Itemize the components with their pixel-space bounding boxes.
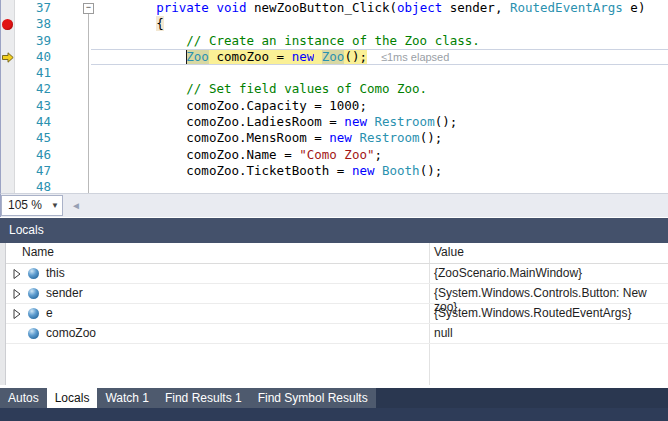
expand-triangle-icon[interactable] (13, 309, 21, 319)
outline-margin (59, 65, 96, 81)
code-text[interactable]: // Set field values of Como Zoo. (96, 81, 668, 97)
code-token (314, 49, 322, 64)
breakpoint-margin[interactable] (1, 98, 15, 114)
variable-icon (28, 268, 39, 279)
code-token: e) (623, 0, 646, 15)
code-line-39[interactable]: 39 // Create an instance of the Zoo clas… (1, 33, 668, 49)
code-text[interactable]: comoZoo.Name = "Como Zoo"; (96, 147, 668, 163)
code-text[interactable]: comoZoo.LadiesRoom = new Restroom(); (96, 114, 668, 130)
code-token: // Set field values of Como Zoo. (186, 81, 427, 96)
scroll-left-arrow-icon[interactable]: ◄ (63, 200, 81, 211)
line-number: 38 (15, 16, 59, 32)
breakpoint-margin[interactable] (1, 163, 15, 179)
outline-margin (59, 33, 96, 49)
breakpoint-margin[interactable] (1, 114, 15, 130)
code-token: sender, (442, 0, 510, 15)
variable-icon (28, 308, 39, 319)
code-text[interactable] (96, 179, 668, 193)
variable-icon (28, 328, 39, 339)
breakpoint-margin[interactable] (1, 33, 15, 49)
combobox-arrow-icon[interactable]: ▼ (48, 201, 62, 210)
code-token: Restroom (374, 114, 434, 129)
code-token: (); (420, 130, 443, 145)
code-line-43[interactable]: 43 comoZoo.Capacity = 1000; (1, 98, 668, 114)
editor-zoom-value: 105 % (2, 198, 48, 212)
code-token: Booth (382, 163, 420, 178)
code-line-46[interactable]: 46 comoZoo.Name = "Como Zoo"; (1, 147, 668, 163)
variable-value: {ZooScenario.MainWindow} (434, 266, 582, 280)
outline-margin (59, 130, 96, 146)
tab-find-results-1[interactable]: Find Results 1 (157, 388, 250, 408)
code-text[interactable]: private void newZooButton_Click(object s… (96, 0, 668, 16)
code-text[interactable]: comoZoo.TicketBooth = new Booth(); (96, 163, 668, 179)
expand-triangle-icon[interactable] (13, 269, 21, 279)
code-token: (); (344, 49, 367, 64)
code-line-41[interactable]: 41 (1, 65, 668, 81)
breakpoint-margin[interactable] (1, 49, 15, 65)
code-line-38[interactable]: 38 { (1, 16, 668, 32)
code-token (96, 33, 186, 48)
locals-row-this[interactable]: this{ZooScenario.MainWindow} (6, 264, 668, 284)
code-token: new (344, 114, 367, 129)
line-number: 48 (15, 179, 59, 193)
column-header-value[interactable]: Value (434, 245, 464, 259)
breakpoint-margin[interactable] (1, 65, 15, 81)
line-number: 40 (15, 49, 59, 65)
code-text[interactable] (96, 65, 668, 81)
code-token: new (292, 49, 315, 64)
tab-locals[interactable]: Locals (47, 385, 98, 408)
code-line-37[interactable]: 37− private void newZooButton_Click(obje… (1, 0, 668, 16)
tab-autos[interactable]: Autos (0, 388, 47, 408)
editor-bottom-bar: 105 % ▼ ◄ (0, 193, 668, 217)
code-line-48[interactable]: 48 (1, 179, 668, 193)
column-header-name[interactable]: Name (22, 245, 54, 259)
code-text[interactable]: { (96, 16, 668, 32)
code-token: Restroom (359, 130, 419, 145)
code-line-40[interactable]: 40 Zoo comoZoo = new Zoo();≤1ms elapsed (1, 49, 668, 65)
breakpoint-margin[interactable] (1, 81, 15, 97)
variable-name: comoZoo (46, 326, 96, 340)
line-number: 47 (15, 163, 59, 179)
breakpoint-margin[interactable] (1, 0, 15, 16)
expand-triangle-icon[interactable] (13, 289, 21, 299)
breakpoint-icon[interactable] (2, 19, 13, 30)
code-text[interactable]: Zoo comoZoo = new Zoo();≤1ms elapsed (96, 49, 668, 65)
outline-margin (59, 98, 96, 114)
code-line-45[interactable]: 45 comoZoo.MensRoom = new Restroom(); (1, 130, 668, 146)
outline-margin (59, 163, 96, 179)
code-line-42[interactable]: 42 // Set field values of Como Zoo. (1, 81, 668, 97)
breakpoint-margin[interactable] (1, 16, 15, 32)
tab-find-symbol-results[interactable]: Find Symbol Results (250, 388, 376, 408)
variable-icon (28, 288, 39, 299)
locals-panel-titlebar: Locals (0, 218, 668, 243)
current-statement-arrow-icon (2, 52, 14, 63)
breakpoint-margin[interactable] (1, 147, 15, 163)
outline-margin: − (59, 0, 96, 16)
tab-watch-1[interactable]: Watch 1 (97, 388, 157, 408)
code-editor[interactable]: 37− private void newZooButton_Click(obje… (0, 0, 668, 193)
code-token: "Como Zoo" (299, 147, 374, 162)
code-line-44[interactable]: 44 comoZoo.LadiesRoom = new Restroom(); (1, 114, 668, 130)
code-token: comoZoo.LadiesRoom = (96, 114, 344, 129)
code-token: ; (374, 147, 382, 162)
breakpoint-margin[interactable] (1, 179, 15, 193)
locals-row-comoZoo[interactable]: comoZoonull (6, 324, 668, 344)
locals-row-e[interactable]: e{System.Windows.RoutedEventArgs} (6, 304, 668, 324)
perf-tip[interactable]: ≤1ms elapsed (381, 51, 449, 63)
line-number: 43 (15, 98, 59, 114)
variable-value: {System.Windows.RoutedEventArgs} (434, 306, 631, 320)
code-token: RoutedEventArgs (510, 0, 623, 15)
breakpoint-margin[interactable] (1, 130, 15, 146)
locals-row-sender[interactable]: sender{System.Windows.Controls.Button: N… (6, 284, 668, 304)
collapse-minus-icon[interactable]: − (83, 3, 94, 14)
code-text[interactable]: comoZoo.Capacity = 1000; (96, 98, 668, 114)
code-text[interactable]: comoZoo.MensRoom = new Restroom(); (96, 130, 668, 146)
code-token: comoZoo = (209, 49, 292, 64)
code-line-47[interactable]: 47 comoZoo.TicketBooth = new Booth(); (1, 163, 668, 179)
code-text[interactable]: // Create an instance of the Zoo class. (96, 33, 668, 49)
outline-margin (59, 179, 96, 193)
editor-zoom-combobox[interactable]: 105 % ▼ (1, 195, 63, 216)
outline-margin (59, 81, 96, 97)
code-token (96, 81, 186, 96)
code-token: comoZoo.Capacity = 1000; (96, 98, 367, 113)
